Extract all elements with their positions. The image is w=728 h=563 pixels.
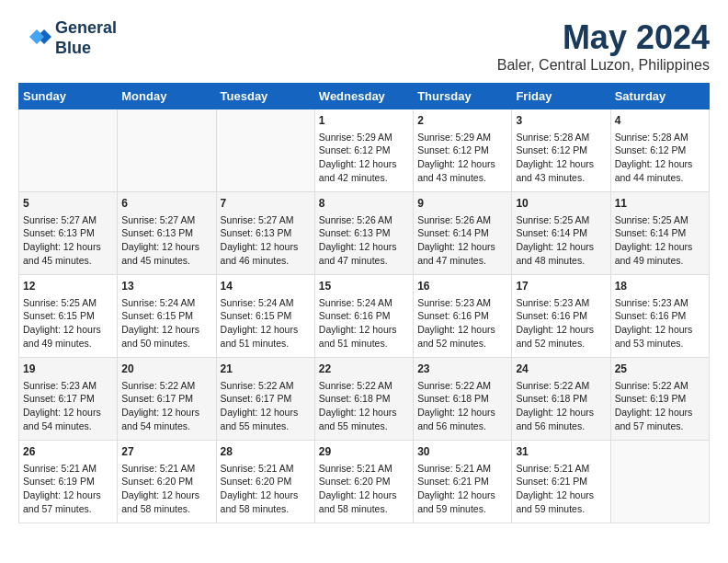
day-info-line: Daylight: 12 hours (221, 488, 311, 502)
calendar-day-cell: 24Sunrise: 5:22 AMSunset: 6:18 PMDayligh… (512, 358, 610, 441)
calendar-day-cell: 13Sunrise: 5:24 AMSunset: 6:15 PMDayligh… (118, 275, 216, 358)
day-info-line: Sunrise: 5:29 AM (319, 131, 409, 144)
day-info-line: Daylight: 12 hours (615, 406, 705, 419)
day-info-line: Daylight: 12 hours (23, 240, 113, 254)
day-info-line: Sunrise: 5:28 AM (516, 131, 606, 144)
day-info-line: and 56 minutes. (417, 419, 507, 433)
day-number: 12 (23, 279, 113, 294)
day-info-line: Sunrise: 5:24 AM (121, 296, 211, 310)
calendar-day-cell: 9Sunrise: 5:26 AMSunset: 6:14 PMDaylight… (414, 192, 512, 275)
day-number: 13 (121, 279, 211, 294)
day-number: 1 (319, 113, 409, 129)
day-info-line: Sunrise: 5:21 AM (23, 462, 113, 476)
calendar-day-cell: 1Sunrise: 5:29 AMSunset: 6:12 PMDaylight… (314, 109, 413, 192)
day-info-line: Sunset: 6:20 PM (121, 475, 211, 488)
day-number: 22 (319, 362, 409, 377)
column-header-saturday: Saturday (610, 84, 709, 109)
calendar-day-cell: 2Sunrise: 5:29 AMSunset: 6:12 PMDaylight… (414, 109, 512, 192)
day-info-line: Sunrise: 5:23 AM (23, 379, 113, 393)
day-number: 29 (319, 444, 409, 460)
day-number: 4 (615, 113, 705, 129)
day-info-line: Sunset: 6:13 PM (23, 226, 113, 240)
day-info-line: Sunset: 6:19 PM (23, 475, 113, 488)
calendar-day-cell: 7Sunrise: 5:27 AMSunset: 6:13 PMDaylight… (216, 192, 314, 275)
day-number: 9 (417, 196, 507, 212)
day-number: 17 (516, 279, 606, 294)
logo-text: General Blue (55, 18, 117, 58)
day-info-line: Sunrise: 5:29 AM (417, 131, 507, 144)
main-title: May 2024 (497, 18, 710, 57)
day-info-line: Daylight: 12 hours (615, 157, 705, 171)
day-info-line: Sunrise: 5:21 AM (121, 462, 211, 476)
day-info-line: Sunrise: 5:21 AM (319, 462, 409, 476)
day-number: 14 (221, 279, 311, 294)
day-info-line: Sunrise: 5:26 AM (417, 213, 507, 227)
calendar-day-cell: 22Sunrise: 5:22 AMSunset: 6:18 PMDayligh… (314, 358, 413, 441)
day-number: 11 (615, 196, 705, 212)
day-info-line: and 51 minutes. (319, 337, 409, 350)
day-info-line: Sunset: 6:13 PM (121, 226, 211, 240)
day-info-line: and 53 minutes. (615, 337, 705, 350)
day-info-line: Daylight: 12 hours (23, 406, 113, 419)
day-info-line: Sunset: 6:12 PM (319, 144, 409, 157)
calendar-day-cell: 14Sunrise: 5:24 AMSunset: 6:15 PMDayligh… (216, 275, 314, 358)
day-info-line: Sunset: 6:14 PM (516, 226, 606, 240)
day-info-line: Sunrise: 5:25 AM (23, 296, 113, 310)
day-info-line: and 58 minutes. (221, 502, 311, 516)
day-number: 15 (319, 279, 409, 294)
day-info-line: Daylight: 12 hours (221, 406, 311, 419)
day-info-line: Sunrise: 5:23 AM (615, 296, 705, 310)
day-info-line: Sunset: 6:14 PM (417, 226, 507, 240)
column-header-monday: Monday (118, 84, 216, 109)
day-info-line: and 58 minutes. (319, 502, 409, 516)
day-info-line: Daylight: 12 hours (417, 157, 507, 171)
calendar-day-cell: 10Sunrise: 5:25 AMSunset: 6:14 PMDayligh… (512, 192, 610, 275)
calendar-day-cell: 21Sunrise: 5:22 AMSunset: 6:17 PMDayligh… (216, 358, 314, 441)
calendar-day-cell: 17Sunrise: 5:23 AMSunset: 6:16 PMDayligh… (512, 275, 610, 358)
calendar-header-row: SundayMondayTuesdayWednesdayThursdayFrid… (19, 84, 710, 109)
day-info-line: Sunset: 6:13 PM (221, 226, 311, 240)
day-info-line: Sunrise: 5:22 AM (319, 379, 409, 393)
day-number: 5 (23, 196, 113, 212)
calendar-week-row: 12Sunrise: 5:25 AMSunset: 6:15 PMDayligh… (19, 275, 710, 358)
day-info-line: Sunrise: 5:22 AM (417, 379, 507, 393)
day-info-line: and 42 minutes. (319, 171, 409, 185)
day-info-line: Sunset: 6:21 PM (516, 475, 606, 488)
day-number: 24 (516, 362, 606, 377)
day-info-line: Daylight: 12 hours (23, 323, 113, 337)
day-info-line: Sunset: 6:16 PM (615, 309, 705, 323)
day-info-line: Sunset: 6:17 PM (121, 392, 211, 406)
day-info-line: Sunrise: 5:24 AM (221, 296, 311, 310)
day-number: 16 (417, 279, 507, 294)
day-number: 25 (615, 362, 705, 377)
day-info-line: Sunset: 6:16 PM (417, 309, 507, 323)
calendar-day-cell: 25Sunrise: 5:22 AMSunset: 6:19 PMDayligh… (610, 358, 709, 441)
column-header-thursday: Thursday (414, 84, 512, 109)
day-info-line: Daylight: 12 hours (121, 488, 211, 502)
day-info-line: and 55 minutes. (221, 419, 311, 433)
day-info-line: Daylight: 12 hours (319, 240, 409, 254)
day-info-line: Sunrise: 5:25 AM (615, 213, 705, 227)
day-info-line: Daylight: 12 hours (121, 406, 211, 419)
day-info-line: and 51 minutes. (221, 337, 311, 350)
day-info-line: Sunset: 6:14 PM (615, 226, 705, 240)
calendar-table: SundayMondayTuesdayWednesdayThursdayFrid… (18, 83, 710, 523)
calendar-day-cell: 31Sunrise: 5:21 AMSunset: 6:21 PMDayligh… (512, 441, 610, 523)
day-number: 3 (516, 113, 606, 129)
day-info-line: Daylight: 12 hours (615, 240, 705, 254)
day-number: 6 (121, 196, 211, 212)
day-info-line: Sunrise: 5:26 AM (319, 213, 409, 227)
day-info-line: Sunrise: 5:27 AM (221, 213, 311, 227)
day-number: 8 (319, 196, 409, 212)
title-block: May 2024 Baler, Central Luzon, Philippin… (497, 18, 710, 74)
day-info-line: Sunset: 6:17 PM (221, 392, 311, 406)
day-info-line: and 43 minutes. (417, 171, 507, 185)
calendar-day-cell: 28Sunrise: 5:21 AMSunset: 6:20 PMDayligh… (216, 441, 314, 523)
day-info-line: Daylight: 12 hours (516, 240, 606, 254)
day-info-line: Sunrise: 5:28 AM (615, 131, 705, 144)
day-info-line: Daylight: 12 hours (319, 406, 409, 419)
day-info-line: and 52 minutes. (417, 337, 507, 350)
calendar-day-cell: 29Sunrise: 5:21 AMSunset: 6:20 PMDayligh… (314, 441, 413, 523)
day-info-line: and 57 minutes. (615, 419, 705, 433)
empty-cell (216, 109, 314, 192)
